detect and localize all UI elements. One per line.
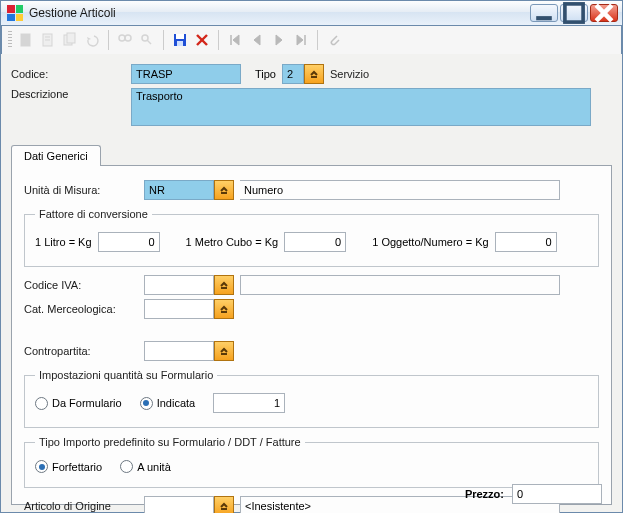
separator-icon [108, 30, 109, 50]
tipo-importo-legend: Tipo Importo predefinito su Formulario /… [35, 436, 305, 448]
separator-icon [218, 30, 219, 50]
origine-field[interactable] [144, 496, 214, 513]
find-next-icon[interactable] [139, 32, 155, 48]
prezzo-field[interactable] [512, 484, 602, 504]
client-area: Codice: Tipo Servizio Descrizione Traspo… [0, 26, 623, 513]
contro-lookup-button[interactable] [214, 341, 234, 361]
separator-icon [317, 30, 318, 50]
um-text [240, 180, 560, 200]
oggetto-label: 1 Oggetto/Numero = Kg [372, 236, 488, 248]
origine-lookup-button[interactable] [214, 496, 234, 513]
qty-value-field[interactable] [213, 393, 285, 413]
litro-field[interactable] [98, 232, 160, 252]
svg-rect-1 [565, 4, 583, 22]
toolbar-gripper [8, 31, 12, 49]
litro-label: 1 Litro = Kg [35, 236, 92, 248]
qty-legend: Impostazioni quantità su Formulario [35, 369, 217, 381]
svg-rect-4 [21, 34, 30, 46]
tipo-radio-forfettario[interactable]: Forfettario [35, 460, 102, 473]
svg-rect-9 [67, 33, 75, 43]
attachment-icon[interactable] [326, 32, 342, 48]
copy-icon[interactable] [62, 32, 78, 48]
tipo-text: Servizio [324, 66, 375, 82]
window-title: Gestione Articoli [29, 6, 524, 20]
tipo-field[interactable] [282, 64, 304, 84]
tipo-lookup-button[interactable] [304, 64, 324, 84]
minimize-button[interactable] [530, 4, 558, 22]
qty-group: Impostazioni quantità su Formulario Da F… [24, 369, 599, 428]
tipo-radio-aunita[interactable]: A unità [120, 460, 171, 473]
undo-icon[interactable] [84, 32, 100, 48]
qty-radio-indicata[interactable]: Indicata [140, 397, 196, 410]
merc-label: Cat. Merceologica: [24, 303, 144, 315]
separator-icon [163, 30, 164, 50]
svg-point-11 [125, 35, 131, 41]
contro-field[interactable] [144, 341, 214, 361]
nav-prev-icon[interactable] [249, 32, 265, 48]
cubo-label: 1 Metro Cubo = Kg [186, 236, 279, 248]
tipo-label: Tipo [255, 68, 276, 80]
tipo-radio-aunita-label: A unità [137, 461, 171, 473]
cubo-field[interactable] [284, 232, 346, 252]
conversion-legend: Fattore di conversione [35, 208, 152, 220]
um-field[interactable] [144, 180, 214, 200]
open-icon[interactable] [40, 32, 56, 48]
descrizione-field[interactable]: Trasporto [131, 88, 591, 126]
merc-field[interactable] [144, 299, 214, 319]
close-button[interactable] [590, 4, 618, 22]
new-icon[interactable] [18, 32, 34, 48]
save-icon[interactable] [172, 32, 188, 48]
nav-next-icon[interactable] [271, 32, 287, 48]
descrizione-label: Descrizione [11, 88, 131, 100]
codice-label: Codice: [11, 68, 131, 80]
header-form: Codice: Tipo Servizio Descrizione Traspo… [1, 54, 622, 136]
merc-lookup-button[interactable] [214, 299, 234, 319]
iva-field[interactable] [144, 275, 214, 295]
find-icon[interactable] [117, 32, 133, 48]
nav-last-icon[interactable] [293, 32, 309, 48]
tab-dati-generici[interactable]: Dati Generici [11, 145, 101, 166]
contro-label: Contropartita: [24, 345, 144, 357]
svg-rect-15 [176, 34, 184, 39]
tipo-radio-forfettario-label: Forfettario [52, 461, 102, 473]
delete-icon[interactable] [194, 32, 210, 48]
tab-panel: Unità di Misura: Fattore di conversione … [11, 165, 612, 505]
qty-radio-formulario[interactable]: Da Formulario [35, 397, 122, 410]
oggetto-field[interactable] [495, 232, 557, 252]
nav-first-icon[interactable] [227, 32, 243, 48]
um-lookup-button[interactable] [214, 180, 234, 200]
um-label: Unità di Misura: [24, 184, 144, 196]
iva-text [240, 275, 560, 295]
maximize-button[interactable] [560, 4, 588, 22]
codice-field[interactable] [131, 64, 241, 84]
qty-radio-indicata-label: Indicata [157, 397, 196, 409]
iva-lookup-button[interactable] [214, 275, 234, 295]
qty-radio-formulario-label: Da Formulario [52, 397, 122, 409]
tabstrip: Dati Generici [11, 144, 622, 165]
price-row: Prezzo: [465, 484, 602, 504]
conversion-group: Fattore di conversione 1 Litro = Kg 1 Me… [24, 208, 599, 267]
svg-point-10 [119, 35, 125, 41]
tipo-importo-group: Tipo Importo predefinito su Formulario /… [24, 436, 599, 488]
app-icon [7, 5, 23, 21]
svg-line-13 [147, 40, 151, 44]
prezzo-label: Prezzo: [465, 488, 504, 500]
toolbar [1, 26, 622, 54]
svg-rect-16 [177, 41, 183, 46]
titlebar: Gestione Articoli [0, 0, 623, 26]
origine-label: Articolo di Origine [24, 500, 144, 512]
iva-label: Codice IVA: [24, 279, 144, 291]
